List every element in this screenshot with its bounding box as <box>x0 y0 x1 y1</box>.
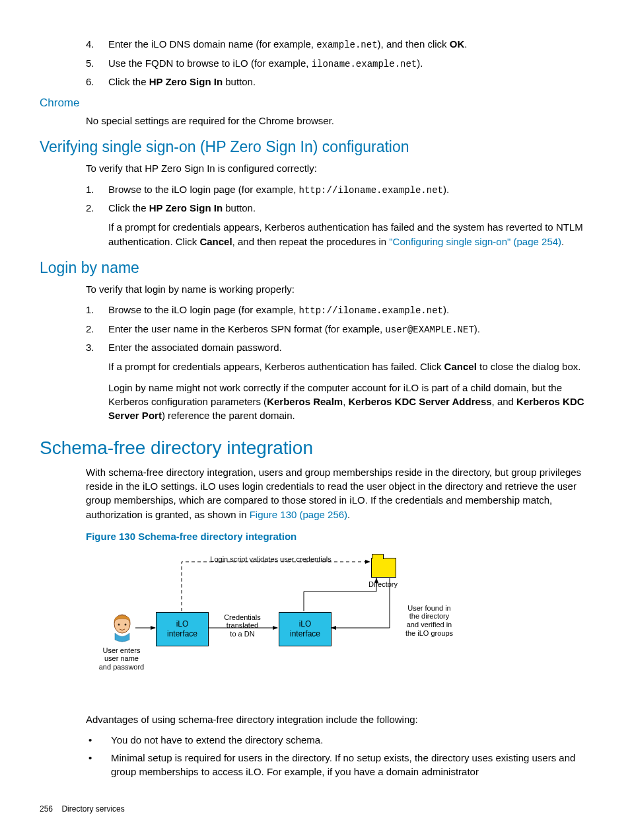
diagram-label-directory: Directory <box>363 580 403 589</box>
link-figure-130[interactable]: Figure 130 (page 256) <box>250 509 347 520</box>
bullet-icon: • <box>86 751 111 779</box>
verify-followup: If a prompt for credentials appears, Ker… <box>108 220 586 248</box>
diagram-label-top: Login script validates user credentials <box>185 555 357 564</box>
login-step-3: 3. Enter the associated domain password. <box>86 340 586 354</box>
diagram-label-userenters: User enters user name and password <box>90 646 153 671</box>
login-intro: To verify that login by name is working … <box>86 282 586 296</box>
chrome-body: No special settings are required for the… <box>86 114 586 128</box>
verify-intro: To verify that HP Zero Sign In is config… <box>86 161 586 175</box>
step-4: 4. Enter the iLO DNS domain name (for ex… <box>86 37 586 52</box>
schema-intro: With schema-free directory integration, … <box>86 465 586 521</box>
verify-step-1: 1. Browse to the iLO login page (for exa… <box>86 182 586 198</box>
bullet-1: • You do not have to extend the director… <box>86 733 586 747</box>
verify-heading: Verifying single sign-on (HP Zero Sign I… <box>40 138 590 156</box>
verify-step-2: 2. Click the HP Zero Sign In button. <box>86 201 586 215</box>
step-num: 4. <box>86 37 108 52</box>
chrome-heading: Chrome <box>40 96 590 110</box>
svg-point-4 <box>125 623 127 625</box>
ilo-interface-box-2: iLO interface <box>279 612 332 646</box>
login-step-1: 1. Browse to the iLO login page (for exa… <box>86 303 586 318</box>
diagram-label-userfound: User found in the directory and verified… <box>396 604 462 638</box>
diagram-label-credentials: Credentials translated to a DN <box>213 613 272 638</box>
login-step-2: 2. Enter the user name in the Kerberos S… <box>86 322 586 337</box>
step-6: 6. Click the HP Zero Sign In button. <box>86 75 586 89</box>
schema-heading: Schema-free directory integration <box>40 438 590 459</box>
page-footer: 256 Directory services <box>40 804 125 814</box>
top-steps: 4. Enter the iLO DNS domain name (for ex… <box>86 37 586 89</box>
ilo-interface-box-1: iLO interface <box>156 612 209 646</box>
footer-title: Directory services <box>61 804 124 814</box>
bullet-2: • Minimal setup is required for users in… <box>86 751 586 779</box>
login-p2: Login by name might not work correctly i… <box>108 381 586 423</box>
svg-point-3 <box>118 623 120 625</box>
bullet-icon: • <box>86 733 111 747</box>
step-5: 5. Use the FQDN to browse to iLO (for ex… <box>86 56 586 71</box>
login-p1: If a prompt for credentials appears, Ker… <box>108 360 586 373</box>
figure-caption: Figure 130 Schema-free directory integra… <box>86 531 586 542</box>
step-num: 6. <box>86 75 108 89</box>
folder-icon <box>371 558 396 578</box>
page-number: 256 <box>40 804 53 814</box>
link-configuring-sso[interactable]: "Configuring single sign-on" (page 254) <box>389 236 561 247</box>
advantages-intro: Advantages of using schema-free director… <box>86 712 586 726</box>
login-heading: Login by name <box>40 259 590 277</box>
user-icon <box>110 613 135 642</box>
step-num: 5. <box>86 56 108 71</box>
figure-130-diagram: Login script validates user credentials … <box>86 549 456 694</box>
